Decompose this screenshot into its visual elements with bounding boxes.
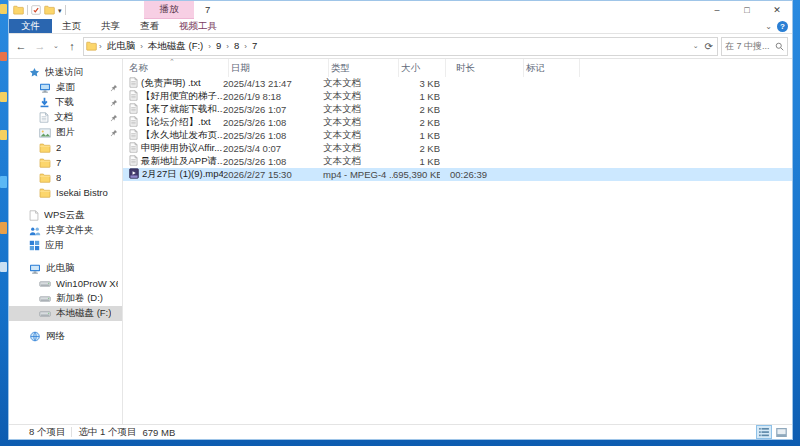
- qat-separator: [27, 5, 28, 15]
- file-row[interactable]: 最新地址及APP请...2025/3/26 1:08文本文档1 KB: [123, 155, 792, 168]
- crumb-3[interactable]: 8: [230, 40, 243, 51]
- new-folder-icon[interactable]: [44, 5, 55, 15]
- sidebar-item--[interactable]: 图片: [9, 125, 122, 140]
- sidebar-item-wps-[interactable]: WPS云盘: [9, 208, 122, 223]
- file-row[interactable]: (免责声明) .txt2025/4/13 21:47文本文档3 KB: [123, 77, 792, 90]
- view-toggles: [757, 426, 788, 438]
- file-date: 2025/3/26 1:07: [223, 104, 323, 115]
- crumb-1[interactable]: 本地磁盘 (F:): [144, 40, 207, 51]
- column-header-name[interactable]: 名称⌃: [123, 59, 229, 77]
- selection-size: 679 MB: [143, 427, 176, 438]
- crumb-separator-icon: ›: [98, 42, 103, 51]
- file-type: 文本文档: [323, 103, 393, 116]
- sidebar-item-7[interactable]: 7: [9, 155, 122, 170]
- column-header-date[interactable]: 日期: [229, 59, 329, 77]
- breadcrumb[interactable]: ›此电脑›本地磁盘 (F:)›9›8›7 ⌄ ⟳: [83, 37, 718, 56]
- ribbon-tabs: 文件 主页 共享 查看 视频工具 ⌄ ?: [9, 19, 792, 34]
- sidebar-item-label: WPS云盘: [44, 209, 85, 222]
- file-date: 2025/3/26 1:08: [223, 156, 323, 167]
- file-name: 【好用便宜的梯子...: [141, 90, 223, 103]
- folder-icon[interactable]: [13, 5, 24, 15]
- sidebar-item--[interactable]: 下载: [9, 95, 122, 110]
- tab-video-tools[interactable]: 视频工具: [169, 19, 227, 33]
- pin-icon: [110, 129, 118, 137]
- network-icon: [29, 331, 41, 342]
- properties-icon[interactable]: [31, 5, 41, 15]
- search-box[interactable]: [721, 37, 788, 56]
- up-button[interactable]: ↑: [64, 38, 80, 54]
- crumb-4[interactable]: 7: [248, 40, 261, 51]
- breadcrumb-right: ⌄ ⟳: [691, 38, 715, 54]
- crumb-0[interactable]: 此电脑: [103, 40, 140, 51]
- tab-share[interactable]: 共享: [91, 19, 130, 33]
- sidebar-item--[interactable]: 文档: [9, 110, 122, 125]
- sidebar-item--d-[interactable]: 新加卷 (D:): [9, 291, 122, 306]
- column-header-tags[interactable]: 标记: [524, 59, 580, 77]
- drive-icon: [39, 280, 51, 288]
- file-row[interactable]: 【论坛介绍】.txt2025/3/26 1:08文本文档2 KB: [123, 116, 792, 129]
- file-row[interactable]: 【好用便宜的梯子...2026/1/9 8:18文本文档1 KB: [123, 90, 792, 103]
- folder-icon: [39, 158, 51, 168]
- forward-button[interactable]: →: [32, 38, 48, 54]
- txt-file-icon: [129, 116, 138, 129]
- status-left: 8 个项目 选中 1 个项目 679 MB: [15, 426, 175, 439]
- file-type: 文本文档: [323, 129, 393, 142]
- sidebar-item-isekai-bistro[interactable]: Isekai Bistro: [9, 185, 122, 200]
- file-type: 文本文档: [323, 90, 393, 103]
- sidebar-item--[interactable]: 快速访问: [9, 65, 122, 80]
- sort-ascending-icon: ⌃: [169, 59, 175, 66]
- column-header-size[interactable]: 大小: [399, 59, 446, 77]
- file-date: 2025/3/26 1:08: [223, 117, 323, 128]
- file-name: 最新地址及APP请...: [141, 155, 223, 168]
- sidebar-item--[interactable]: 网络: [9, 329, 122, 344]
- tab-home[interactable]: 主页: [52, 19, 91, 33]
- ribbon-collapse-icon[interactable]: ⌄: [765, 22, 772, 31]
- file-row[interactable]: 【来了就能下载和...2025/3/26 1:07文本文档2 KB: [123, 103, 792, 116]
- address-dropdown-icon[interactable]: ⌄: [691, 38, 701, 54]
- maximize-button[interactable]: □: [732, 1, 762, 19]
- crumb-2[interactable]: 9: [212, 40, 225, 51]
- main-area: 快速访问桌面下载文档图片278Isekai BistroWPS云盘共享文件夹应用…: [9, 59, 792, 424]
- folder-icon: [39, 188, 51, 198]
- tab-view[interactable]: 查看: [130, 19, 169, 33]
- minimize-button[interactable]: –: [702, 1, 732, 19]
- sidebar-item--[interactable]: 共享文件夹: [9, 223, 122, 238]
- search-input[interactable]: [725, 41, 775, 51]
- qat-dropdown-icon[interactable]: ▾: [58, 7, 62, 14]
- shared-folder-icon: [29, 226, 41, 236]
- file-size: 1 KB: [393, 91, 440, 102]
- help-icon[interactable]: ?: [777, 21, 788, 32]
- close-button[interactable]: ✕: [762, 1, 792, 19]
- sidebar-item--[interactable]: 此电脑: [9, 261, 122, 276]
- refresh-icon[interactable]: ⟳: [705, 41, 713, 52]
- sidebar-item--[interactable]: 桌面: [9, 80, 122, 95]
- sidebar-item-2[interactable]: 2: [9, 140, 122, 155]
- txt-file-icon: [129, 90, 138, 103]
- file-type: mp4 - MPEG-4 ...: [323, 169, 393, 180]
- file-row[interactable]: 申明使用协议Affir...2025/3/4 0:07文本文档2 KB: [123, 142, 792, 155]
- file-row[interactable]: 2月27日 (1)(9).mp42026/2/27 15:30mp4 - MPE…: [123, 168, 792, 181]
- back-button[interactable]: ←: [13, 38, 29, 54]
- details-view-button[interactable]: [757, 426, 771, 438]
- column-header-type[interactable]: 类型: [329, 59, 399, 77]
- sidebar-item-win10prow-x64-c-[interactable]: Win10ProW X64 (C:): [9, 276, 122, 291]
- sidebar-item-label: 网络: [46, 330, 65, 343]
- desktop-icon-fragment: [0, 130, 7, 140]
- file-row[interactable]: 【永久地址发布页...2025/3/26 1:08文本文档1 KB: [123, 129, 792, 142]
- file-size: 2 KB: [393, 117, 440, 128]
- column-headers: 名称⌃ 日期 类型 大小 时长 标记: [123, 59, 792, 77]
- tab-file[interactable]: 文件: [9, 19, 52, 33]
- pictures-icon: [39, 128, 51, 138]
- sidebar-item-label: 下载: [55, 96, 74, 109]
- file-size: 695,390 KB: [393, 169, 440, 180]
- history-dropdown-icon[interactable]: ⌄: [51, 38, 61, 54]
- sidebar-item--f-[interactable]: 本地磁盘 (F:): [9, 306, 122, 321]
- file-size: 1 KB: [393, 156, 440, 167]
- thumbnail-view-button[interactable]: [774, 426, 788, 438]
- sidebar-item--[interactable]: 应用: [9, 238, 122, 253]
- sidebar-item-8[interactable]: 8: [9, 170, 122, 185]
- documents-icon: [39, 112, 49, 123]
- qat-separator: [65, 5, 66, 15]
- desktop-icon: [39, 83, 51, 93]
- column-header-duration[interactable]: 时长: [446, 59, 524, 77]
